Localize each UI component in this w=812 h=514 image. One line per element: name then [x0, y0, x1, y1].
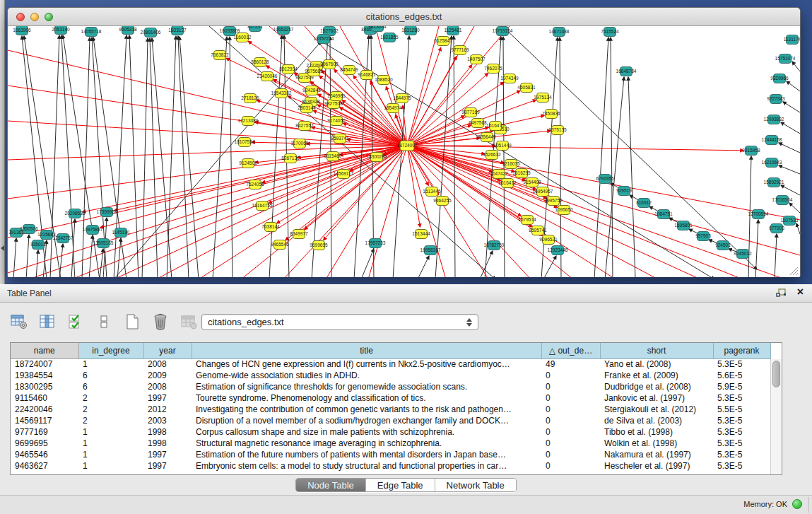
table-cell[interactable]: 1 — [78, 358, 143, 370]
network-node[interactable]: 16954957 — [533, 187, 553, 197]
table-cell[interactable]: 5.3E-5 — [713, 358, 770, 370]
citation-edge[interactable] — [775, 234, 777, 277]
network-node[interactable]: 7624056 — [246, 180, 264, 189]
table-cell[interactable]: 5.3E-5 — [713, 449, 770, 460]
column-header-year[interactable]: year — [143, 343, 192, 358]
network-node[interactable]: 18107554 — [235, 138, 255, 147]
table-cell[interactable]: 5.3E-5 — [713, 438, 770, 449]
column-header-name[interactable]: name — [11, 343, 78, 358]
tab-network-table[interactable]: Network Table — [435, 479, 516, 491]
network-node[interactable]: 2053140 — [52, 26, 70, 35]
show-columns-icon[interactable] — [38, 313, 57, 331]
network-node[interactable]: 9465546 — [271, 240, 289, 250]
citation-edge[interactable] — [150, 38, 158, 277]
network-node[interactable]: 16164755 — [252, 201, 273, 211]
table-row[interactable]: 911546021997Tourette syndrome. Phenomeno… — [11, 392, 770, 404]
table-cell[interactable]: 9777169 — [11, 426, 78, 438]
network-node[interactable]: 14055718 — [81, 28, 102, 37]
table-row[interactable]: 1456911722003Disruption of a novel membe… — [11, 415, 770, 426]
network-node[interactable]: 816912 — [636, 199, 652, 208]
window-titlebar[interactable]: citations_edges.txt — [8, 8, 800, 26]
network-node[interactable]: 1844975 — [393, 94, 411, 103]
network-node[interactable]: 12342757 — [53, 234, 73, 243]
network-node[interactable]: 18357224 — [314, 35, 334, 44]
citation-edge[interactable] — [594, 37, 608, 277]
network-node[interactable]: 9329966 — [770, 74, 789, 83]
column-header-out_de[interactable]: △ out_de… — [541, 343, 600, 358]
table-cell[interactable]: 1997 — [143, 392, 192, 404]
network-node[interactable]: 1974349 — [500, 74, 519, 83]
delete-table-icon[interactable] — [180, 313, 198, 331]
citation-edge[interactable] — [611, 37, 613, 277]
network-node[interactable]: 9146821 — [358, 71, 376, 80]
network-node[interactable]: 7615524 — [601, 28, 619, 37]
table-cell[interactable]: 0 — [541, 449, 600, 460]
network-node[interactable]: 1526632 — [483, 151, 501, 160]
table-scrollbar-thumb[interactable] — [772, 361, 780, 387]
citation-edge-red[interactable] — [8, 146, 407, 273]
network-node[interactable]: 9174056 — [327, 117, 346, 126]
citation-edge[interactable] — [129, 35, 139, 277]
table-cell[interactable]: Corpus callosum shape and size in male p… — [192, 426, 541, 438]
canvas-resize-grip[interactable] — [789, 266, 799, 276]
table-row[interactable]: 1830029562008Estimation of significance … — [11, 381, 770, 392]
table-scrollbar[interactable] — [770, 359, 782, 475]
network-node[interactable]: 9464255 — [433, 197, 452, 206]
close-panel-icon[interactable]: × — [797, 286, 804, 298]
network-node[interactable]: 20206536 — [65, 209, 86, 218]
table-cell[interactable]: 18300295 — [11, 381, 78, 392]
column-header-title[interactable]: title — [192, 343, 541, 358]
network-node[interactable]: 9877169 — [461, 108, 480, 117]
citation-edge[interactable] — [100, 249, 103, 277]
table-cell[interactable]: 1998 — [143, 438, 192, 449]
table-cell[interactable]: 5.3E-5 — [713, 460, 770, 472]
citation-edge[interactable] — [796, 223, 800, 234]
network-node[interactable]: 9605318 — [119, 26, 137, 35]
network-node[interactable]: 1051449 — [493, 141, 512, 151]
network-node[interactable]: 8267130 — [281, 154, 300, 163]
citation-edge-red[interactable] — [407, 146, 743, 151]
network-node[interactable]: 1216035 — [502, 160, 520, 169]
network-node[interactable]: 1975134 — [534, 93, 552, 103]
delete-column-icon[interactable] — [151, 313, 170, 331]
table-cell[interactable]: Estimation of significance thresholds fo… — [192, 381, 541, 392]
network-node[interactable]: 1497507 — [467, 55, 486, 64]
table-cell[interactable]: 2012 — [143, 404, 192, 415]
table-cell[interactable]: Changes of HCN gene expression and I(f) … — [192, 358, 541, 370]
table-cell[interactable]: 1 — [78, 438, 143, 449]
network-node[interactable]: 2967608 — [320, 60, 339, 69]
table-cell[interactable]: 1 — [78, 449, 143, 460]
network-node[interactable]: 1831280 — [401, 26, 420, 35]
network-node[interactable]: 6125841 — [434, 37, 452, 46]
tab-edge-table[interactable]: Edge Table — [366, 479, 435, 491]
citation-edge[interactable] — [560, 37, 561, 277]
table-cell[interactable]: 1997 — [143, 449, 192, 460]
table-cell[interactable]: Embryonic stem cells: a model to study s… — [192, 460, 541, 472]
table-cell[interactable]: de Silva et al. (2003) — [600, 415, 713, 426]
network-node[interactable]: 929519 — [616, 187, 632, 196]
table-cell[interactable]: Genome-wide association studies in ADHD. — [192, 370, 541, 381]
table-row[interactable]: 946554611997Estimation of the future num… — [11, 449, 770, 460]
network-node[interactable]: 957503 — [695, 232, 711, 241]
table-cell[interactable]: Yano et al. (2008) — [600, 358, 713, 370]
table-cell[interactable]: Structural magnetic resonance image aver… — [192, 438, 541, 449]
network-node[interactable]: 12213389 — [238, 117, 259, 126]
citation-edge[interactable] — [59, 244, 63, 277]
table-cell[interactable]: 5.3E-5 — [713, 415, 770, 426]
network-node[interactable]: 1170065 — [291, 139, 309, 148]
column-header-short[interactable]: short — [600, 343, 713, 358]
citation-edge-red[interactable] — [407, 146, 488, 277]
network-node[interactable]: 924501 — [715, 241, 731, 250]
citation-edge[interactable] — [543, 256, 556, 277]
table-cell[interactable]: Disruption of a novel member of a sodium… — [192, 415, 541, 426]
network-node[interactable]: 1921855 — [380, 33, 399, 42]
citation-edge[interactable] — [361, 249, 374, 277]
network-node[interactable]: 8912934 — [279, 65, 298, 74]
table-cell[interactable]: 0 — [541, 460, 600, 472]
citation-edge[interactable] — [783, 102, 800, 112]
network-node[interactable]: 12923448 — [548, 246, 568, 255]
citation-edge-red[interactable] — [407, 146, 743, 277]
network-node[interactable]: 8995752 — [544, 197, 563, 206]
citation-edge[interactable] — [152, 38, 172, 277]
table-cell[interactable]: Investigating the contribution of common… — [192, 404, 541, 415]
